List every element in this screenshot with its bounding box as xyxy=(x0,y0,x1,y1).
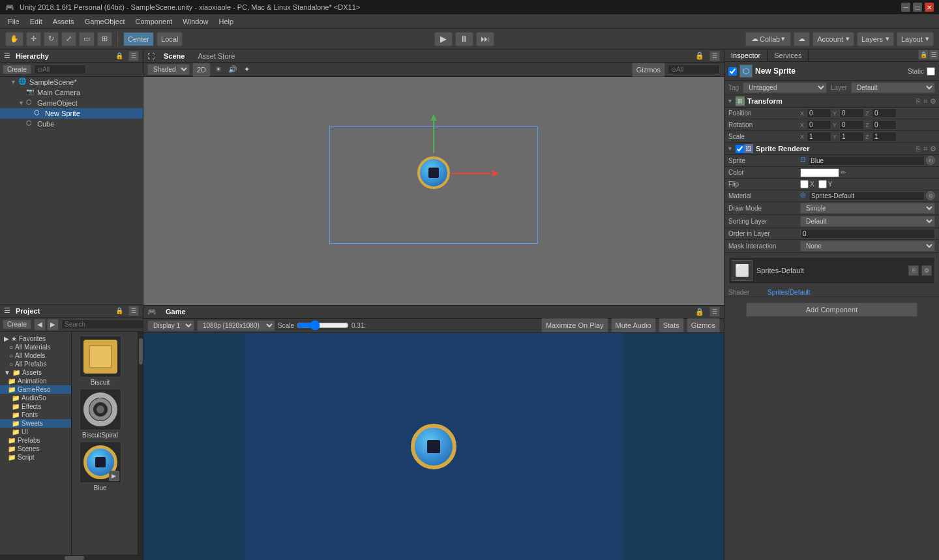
transform-tool-button[interactable]: ⊞ xyxy=(97,32,112,46)
mute-audio-button[interactable]: Mute Audio xyxy=(611,318,656,332)
minimize-button[interactable]: ─ xyxy=(901,3,910,12)
color-swatch[interactable] xyxy=(800,168,839,177)
pause-button[interactable]: ⏸ xyxy=(455,32,473,46)
game-gizmos-button[interactable]: Gizmos xyxy=(687,318,720,332)
transform-copy-button[interactable]: ⎘ xyxy=(916,97,921,106)
project-tree-allmodels[interactable]: ○ All Models xyxy=(0,351,71,360)
inspector-lock-button[interactable]: 🔒 xyxy=(918,50,929,60)
hierarchy-create-button[interactable]: Create xyxy=(3,65,31,74)
sprite-select-button[interactable]: ⊙ xyxy=(926,156,935,165)
maximize-on-play-button[interactable]: Maximize On Play xyxy=(541,318,608,332)
scale-slider[interactable] xyxy=(297,320,349,331)
tag-dropdown[interactable]: Untagged xyxy=(743,82,827,93)
lighting-button[interactable]: ☀ xyxy=(213,65,224,74)
add-component-button[interactable]: Add Component xyxy=(746,302,917,317)
project-search-input[interactable] xyxy=(61,319,151,329)
project-tree-sweets[interactable]: 📁 Sweets xyxy=(0,419,71,428)
project-tree-allprefabs[interactable]: ○ All Prefabs xyxy=(0,360,71,368)
account-dropdown[interactable]: Account ▾ xyxy=(812,32,854,46)
asset-item-biscuit[interactable]: Biscuit xyxy=(76,336,125,386)
order-layer-input[interactable] xyxy=(800,229,935,239)
menu-component[interactable]: Component xyxy=(130,16,177,27)
hand-tool-button[interactable]: ✋ xyxy=(5,32,23,46)
rotation-z-input[interactable] xyxy=(872,120,897,130)
move-tool-button[interactable]: ✛ xyxy=(26,32,41,46)
transform-header[interactable]: ▼ ⊞ Transform ⎘ ⌗ ⚙ xyxy=(724,95,939,108)
hierarchy-item-samplescene[interactable]: ▼ 🌐 SampleScene* xyxy=(0,77,143,87)
local-button[interactable]: Local xyxy=(156,32,183,46)
services-tab[interactable]: Services xyxy=(768,50,809,61)
mask-dropdown[interactable]: None xyxy=(800,241,935,252)
hierarchy-item-gameobject[interactable]: ▼ ⬡ GameObject xyxy=(0,98,143,108)
rotation-x-input[interactable] xyxy=(807,120,831,130)
position-z-input[interactable] xyxy=(872,108,897,118)
asset-store-tab[interactable]: Asset Store xyxy=(194,52,239,60)
collab-button[interactable]: ☁ Collab ▾ xyxy=(745,32,791,46)
scale-tool-button[interactable]: ⤢ xyxy=(61,32,76,46)
project-tree-allmaterials[interactable]: ○ All Materials xyxy=(0,343,71,351)
menu-edit[interactable]: Edit xyxy=(25,16,48,27)
project-tree-effects[interactable]: 📁 Effects xyxy=(0,402,71,411)
scale-z-input[interactable] xyxy=(872,132,897,141)
project-tree-assets[interactable]: ▼ 📁 Assets xyxy=(0,368,71,377)
game-view[interactable] xyxy=(143,333,724,561)
asset-item-blue[interactable]: ▶ Blue xyxy=(76,441,125,492)
project-tree-animation[interactable]: 📁 Animation xyxy=(0,377,71,385)
transform-menu-button[interactable]: ⚙ xyxy=(930,97,936,106)
project-scrollbar[interactable] xyxy=(138,332,143,555)
audio-button[interactable]: 🔊 xyxy=(226,65,239,74)
close-button[interactable]: ✕ xyxy=(925,3,934,12)
fx-button[interactable]: ✦ xyxy=(242,65,252,74)
static-checkbox[interactable] xyxy=(927,67,935,76)
gizmos-button[interactable]: Gizmos xyxy=(632,63,665,77)
scene-view[interactable] xyxy=(143,77,724,305)
hierarchy-item-maincamera[interactable]: 📷 Main Camera xyxy=(0,87,143,98)
position-x-input[interactable] xyxy=(807,108,831,118)
maximize-button[interactable]: □ xyxy=(913,3,922,12)
material-input[interactable] xyxy=(809,191,925,201)
display-dropdown[interactable]: Display 1 xyxy=(147,320,194,331)
sprite-renderer-enable-checkbox[interactable] xyxy=(736,145,744,153)
project-tree-favorites[interactable]: ▶ ★ Favorites xyxy=(0,334,71,343)
sprite-renderer-menu-button[interactable]: ⚙ xyxy=(930,145,936,153)
inspector-menu-button[interactable]: ☰ xyxy=(929,50,939,60)
rect-tool-button[interactable]: ▭ xyxy=(79,32,95,46)
hierarchy-item-newsprite[interactable]: ⬡ New Sprite xyxy=(0,108,143,119)
menu-file[interactable]: File xyxy=(3,16,25,27)
sprite-renderer-copy-button[interactable]: ⎘ xyxy=(916,145,921,153)
scene-search-input[interactable] xyxy=(668,65,720,74)
project-tree-audioso[interactable]: 📁 AudioSo xyxy=(0,394,71,402)
draw-mode-dropdown[interactable]: Simple xyxy=(800,203,935,214)
project-tree-fonts[interactable]: 📁 Fonts xyxy=(0,411,71,419)
inspector-tab[interactable]: Inspector xyxy=(724,50,768,61)
sprites-default-settings-button[interactable]: ⚙ xyxy=(921,265,932,276)
flip-y-checkbox[interactable] xyxy=(818,180,827,188)
rotate-tool-button[interactable]: ↻ xyxy=(44,32,59,46)
sprite-renderer-header[interactable]: ▼ 🖼 Sprite Renderer ⎘ ⌗ ⚙ xyxy=(724,143,939,155)
project-bottom-scrollbar[interactable] xyxy=(0,555,143,560)
project-tree-gameres[interactable]: 📁 GameReso xyxy=(0,385,71,394)
rotation-y-input[interactable] xyxy=(839,120,864,130)
sprite-renderer-paste-button[interactable]: ⌗ xyxy=(923,145,927,153)
layers-dropdown[interactable]: Layers ▾ xyxy=(857,32,894,46)
object-name-field[interactable]: New Sprite xyxy=(755,66,905,76)
hierarchy-menu-button[interactable]: ☰ xyxy=(128,51,139,61)
project-tree-prefabs[interactable]: 📁 Prefabs xyxy=(0,436,71,445)
object-active-checkbox[interactable] xyxy=(728,67,737,76)
project-menu-button[interactable]: ☰ xyxy=(128,306,139,316)
menu-gameobject[interactable]: GameObject xyxy=(80,16,130,27)
sprites-default-copy-button[interactable]: ⎘ xyxy=(908,265,919,276)
project-tree-ui[interactable]: 📁 UI xyxy=(0,428,71,436)
2d-button[interactable]: 2D xyxy=(192,63,211,77)
hierarchy-search-input[interactable] xyxy=(34,65,86,74)
material-select-button[interactable]: ⊙ xyxy=(926,191,935,200)
project-tree-script[interactable]: 📁 Script xyxy=(0,453,71,462)
project-back-button[interactable]: ◀ xyxy=(34,319,46,331)
shading-dropdown[interactable]: Shaded xyxy=(147,64,190,75)
menu-assets[interactable]: Assets xyxy=(48,16,80,27)
play-button[interactable]: ▶ xyxy=(434,32,453,46)
step-button[interactable]: ⏭ xyxy=(476,32,494,46)
scene-panel-lock[interactable]: 🔒 xyxy=(695,52,704,60)
stats-button[interactable]: Stats xyxy=(659,318,684,332)
color-picker-button[interactable]: ✏ xyxy=(841,168,846,177)
